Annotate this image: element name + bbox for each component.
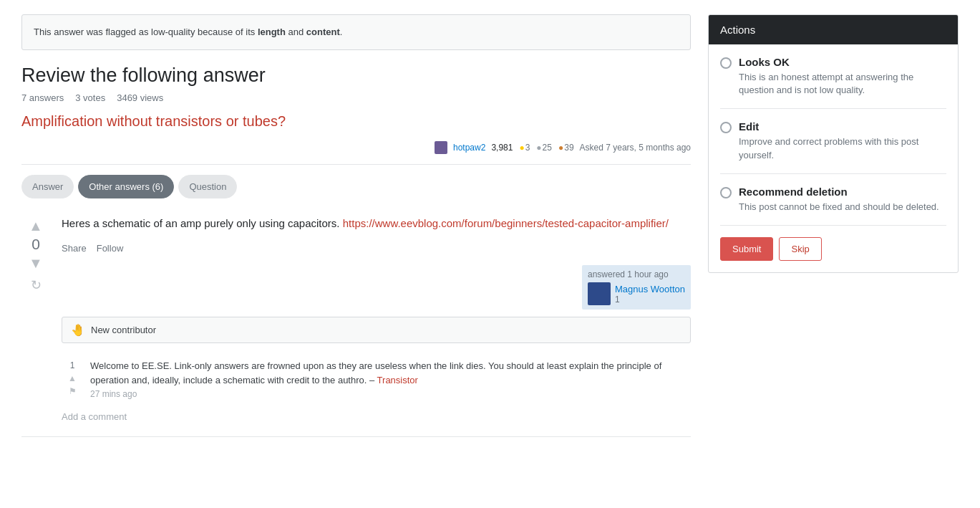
answer-area: ▲ 0 ▼ ↻ Heres a schematic of an amp pure… [21,216,691,437]
comment-upvote-button[interactable]: ▲ [68,372,77,385]
option-content-delete: Recommend deletion This post cannot be f… [739,186,939,214]
action-option-delete: Recommend deletion This post cannot be f… [720,186,946,214]
option-desc-edit: Improve and correct problems with this p… [739,135,946,161]
add-comment-link[interactable]: Add a comment [62,411,127,422]
follow-link[interactable]: Follow [97,243,124,254]
flag-notice-text-before: This answer was flagged as low-quality b… [34,27,258,37]
option-desc-looks-ok: This is an honest attempt at answering t… [739,71,946,97]
option-title-edit: Edit [739,120,946,133]
flag-notice-bold2: content [306,27,340,37]
author-avatar [435,141,447,154]
vote-column: ▲ 0 ▼ ↻ [21,216,50,422]
separator-1 [720,108,946,109]
vote-count: 0 [31,236,40,253]
option-title-looks-ok: Looks OK [739,56,946,68]
answerer-reputation: 1 [615,294,685,305]
tab-question[interactable]: Question [178,175,237,198]
history-icon[interactable]: ↻ [31,277,42,293]
views-stat: 3469 views [117,92,163,103]
skip-button[interactable]: Skip [779,237,821,261]
answer-text: Heres a schematic of an amp purely only … [62,216,691,232]
flag-notice: This answer was flagged as low-quality b… [21,14,691,50]
comment-author-link[interactable]: Transistor [377,375,418,385]
submit-button[interactable]: Submit [720,237,773,261]
comment-text-before: Welcome to EE.SE. Link-only answers are … [90,360,661,385]
vote-up-button[interactable]: ▲ [29,219,43,233]
radio-edit[interactable] [720,122,732,133]
flag-notice-text-middle: and [286,27,306,37]
actions-body: Looks OK This is an honest attempt at an… [709,44,958,272]
author-reputation: 3,981 [491,143,513,153]
comment-row: 1 ▲ ⚑ Welcome to EE.SE. Link-only answer… [62,355,691,406]
review-title: Review the following answer [21,64,691,87]
bronze-badge-count: 39 [558,143,574,153]
answers-stat: 7 answers [21,92,64,103]
flag-notice-bold1: length [258,27,286,37]
answer-link[interactable]: https://www.eevblog.com/forum/beginners/… [343,217,669,229]
option-content-edit: Edit Improve and correct problems with t… [739,120,946,161]
question-link[interactable]: Amplification without transistors or tub… [21,113,691,130]
actions-header: Actions [709,15,958,44]
answer-meta-card: answered 1 hour ago Magnus Wootton 1 [582,265,691,310]
answerer-avatar [588,282,611,305]
separator-3 [720,225,946,226]
author-row: hotpaw2 3,981 3 25 39 Asked 7 years, 5 m… [21,141,691,165]
tab-other-answers[interactable]: Other answers (6) [78,175,174,198]
option-desc-delete: This post cannot be fixed and should be … [739,201,939,214]
stats-row: 7 answers 3 votes 3469 views [21,92,691,103]
new-contributor-label: New contributor [91,325,156,335]
answerer-meta: Magnus Wootton 1 [615,284,685,305]
radio-delete[interactable] [720,187,732,198]
action-buttons: Submit Skip [720,237,946,261]
comment-vote-count: 1 [70,359,75,372]
comment-flag-button[interactable]: ⚑ [69,385,77,398]
action-option-looks-ok: Looks OK This is an honest attempt at an… [720,56,946,97]
option-content-looks-ok: Looks OK This is an honest attempt at an… [739,56,946,97]
comment-text: Welcome to EE.SE. Link-only answers are … [90,359,691,401]
comment-time: 27 mins ago [90,389,137,399]
votes-stat: 3 votes [75,92,105,103]
answerer-name-link[interactable]: Magnus Wootton [615,284,685,294]
option-title-delete: Recommend deletion [739,186,939,198]
answer-actions: Share Follow [62,243,691,254]
share-link[interactable]: Share [62,243,87,254]
vote-down-button[interactable]: ▼ [29,256,43,270]
answer-text-before: Heres a schematic of an amp purely only … [62,217,343,229]
radio-looks-ok[interactable] [720,57,732,69]
actions-panel: Actions Looks OK This is an honest attem… [708,14,959,273]
author-name-link[interactable]: hotpaw2 [453,143,485,153]
separator-2 [720,173,946,174]
action-option-edit: Edit Improve and correct problems with t… [720,120,946,161]
answered-label: answered 1 hour ago [588,269,669,279]
flag-notice-text-after: . [340,27,343,37]
new-contributor-badge: 🤚 New contributor [62,317,691,343]
silver-badge-count: 25 [535,143,552,153]
asked-label: Asked 7 years, 5 months ago [580,143,691,153]
main-content: This answer was flagged as low-quality b… [21,14,691,437]
comment-vote-area: 1 ▲ ⚑ [62,359,83,398]
sidebar: Actions Looks OK This is an honest attem… [708,14,959,437]
hand-icon: 🤚 [71,323,85,337]
gold-badge-count: 3 [518,143,530,153]
tab-answer[interactable]: Answer [21,175,74,198]
tab-row: Answer Other answers (6) Question [21,175,691,198]
comment-section: 1 ▲ ⚑ Welcome to EE.SE. Link-only answer… [62,343,691,422]
answer-body: Heres a schematic of an amp purely only … [62,216,691,422]
answer-meta: answered 1 hour ago Magnus Wootton 1 [62,265,691,310]
